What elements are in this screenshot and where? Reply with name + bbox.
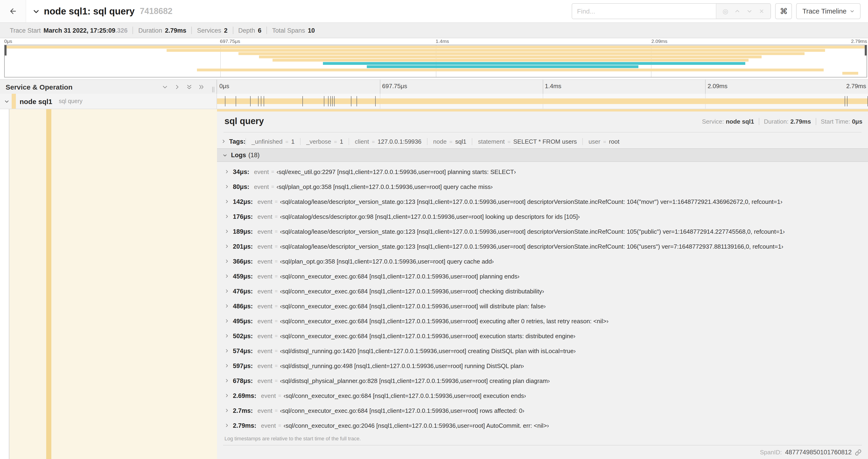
log-field-value: ‹sql/catalog/lease/descriptor_version_st… [280, 228, 785, 235]
services-label: Services [197, 27, 221, 34]
log-field-name: event [254, 168, 269, 175]
span-detail-title: sql query [224, 116, 702, 126]
log-row[interactable]: 495μs:event=‹sql/conn_executor_exec.go:6… [217, 314, 868, 328]
log-field-name: event [257, 377, 273, 384]
log-marker-tick [333, 96, 333, 106]
keyboard-shortcuts-button[interactable]: ⌘ [775, 3, 792, 19]
log-row[interactable]: 189μs:event=‹sql/catalog/lease/descripto… [217, 224, 868, 239]
locate-icon[interactable]: ◎ [719, 4, 732, 18]
span-duration-bar[interactable] [217, 98, 868, 104]
chevron-up-icon[interactable] [732, 4, 744, 18]
log-row[interactable]: 176μs:event=‹sql/catalog/descs/descripto… [217, 209, 868, 224]
chevron-down-icon[interactable] [744, 4, 756, 18]
log-timestamp: 678μs: [233, 377, 253, 384]
chevron-down-icon[interactable] [4, 99, 9, 104]
tag-item[interactable]: statement=SELECT * FROM users [472, 138, 583, 145]
equals-sign: = [271, 169, 274, 174]
log-row[interactable]: 678μs:event=‹sql/distsql_physical_planne… [217, 373, 868, 388]
logs-label: Logs [231, 152, 246, 159]
total-spans-item: Total Spans 10 [267, 27, 320, 34]
chevron-right-icon [224, 393, 229, 398]
log-row[interactable]: 366μs:event=‹sql/plan_opt.go:358 [nsql1,… [217, 254, 868, 269]
timeline-grid-header: Service & Operation 0μs697.75μs1.4ms2.09… [0, 79, 868, 94]
depth-label: Depth [238, 27, 255, 34]
log-row[interactable]: 201μs:event=‹sql/catalog/lease/descripto… [217, 239, 868, 254]
divider [223, 132, 862, 132]
find-input[interactable] [572, 4, 716, 19]
log-row[interactable]: 574μs:event=‹sql/distsql_running.go:1420… [217, 343, 868, 358]
find-group: ◎ [572, 3, 771, 19]
minimap-tick-label: 2.09ms [651, 38, 668, 44]
log-row[interactable]: 2.7ms:event=‹sql/conn_executor_exec.go:6… [217, 403, 868, 418]
log-row[interactable]: 142μs:event=‹sql/catalog/lease/descripto… [217, 194, 868, 209]
tag-item[interactable]: client=127.0.0.1:59936 [349, 138, 427, 145]
minimap-tick-label: 697.75μs [220, 38, 240, 44]
tag-item[interactable]: user=root [582, 138, 625, 145]
log-field-value: ‹sql/distsql_running.go:498 [nsql1,clien… [280, 362, 524, 369]
log-field-name: event [257, 332, 273, 339]
log-row[interactable]: 597μs:event=‹sql/distsql_running.go:498 … [217, 358, 868, 373]
log-field-name: event [257, 273, 273, 280]
tag-value: 127.0.0.1:59936 [377, 138, 422, 145]
chevron-down-icon[interactable] [33, 8, 40, 15]
viewport-scrubber-left[interactable] [5, 45, 6, 56]
log-marker-tick [302, 96, 303, 106]
double-chevron-down-icon[interactable] [186, 84, 192, 90]
span-row-node-sql1[interactable]: node sql1 sql query [0, 94, 868, 109]
chevron-right-icon [224, 274, 229, 278]
span-detail-header: sql query Service:node sql1 Duration:2.7… [217, 113, 868, 129]
depth-item: Depth 6 [233, 27, 267, 34]
tag-item[interactable]: _verbose=1 [300, 138, 349, 145]
tag-item[interactable]: node=sql1 [427, 138, 472, 145]
log-row[interactable]: 502μs:event=‹sql/conn_executor_exec.go:6… [217, 328, 868, 343]
log-row[interactable]: 476μs:event=‹sql/conn_executor_exec.go:6… [217, 284, 868, 299]
chevron-right-icon[interactable] [174, 84, 180, 90]
service-operation-header: Service & Operation [0, 80, 217, 94]
link-icon[interactable] [855, 449, 862, 456]
log-row[interactable]: 2.69ms:event=‹sql/conn_executor_exec.go:… [217, 388, 868, 403]
view-selector-button[interactable]: Trace Timeline [796, 3, 861, 19]
equals-sign: = [271, 184, 274, 189]
log-field-name: event [257, 318, 273, 324]
chevron-right-icon [224, 408, 229, 413]
log-field-name: event [257, 407, 273, 414]
minimap-canvas[interactable] [4, 45, 867, 77]
column-resizer-handle[interactable] [212, 87, 216, 92]
log-row[interactable]: 34μs:event=‹sql/exec_util.go:2297 [nsql1… [217, 164, 868, 179]
depth-value: 6 [258, 27, 261, 34]
viewport-scrubber-right[interactable] [865, 45, 867, 56]
log-field-value: ‹sql/catalog/descs/descriptor.go:98 [nsq… [280, 213, 580, 220]
log-row[interactable]: 80μs:event=‹sql/plan_opt.go:358 [nsql1,c… [217, 179, 868, 194]
trace-title-group[interactable]: node sql1: sql query 7418682 [33, 6, 572, 17]
total-spans-label: Total Spans [272, 27, 305, 34]
close-icon[interactable] [756, 4, 768, 18]
log-row[interactable]: 2.79ms:event=‹sql/conn_executor_exec.go:… [217, 418, 868, 433]
chevron-down-icon[interactable] [162, 84, 168, 90]
minimap-span-bar [843, 72, 858, 75]
double-chevron-right-icon[interactable] [198, 84, 205, 90]
log-timestamp: 142μs: [233, 198, 253, 205]
tag-item[interactable]: _unfinished=1 [245, 138, 300, 145]
log-timestamp: 459μs: [233, 273, 253, 280]
log-timestamp: 201μs: [233, 243, 253, 250]
span-operation-name: sql query [59, 98, 82, 104]
tag-key: statement [478, 138, 505, 145]
log-marker-tick [867, 96, 868, 106]
log-marker-tick [324, 96, 324, 106]
span-name-cell[interactable]: node sql1 sql query [0, 94, 217, 109]
tags-label: Tags: [229, 138, 245, 145]
minimap-span-bar [273, 59, 748, 62]
logs-accordion-header[interactable]: Logs (18) [217, 148, 868, 162]
span-bar-cell[interactable] [217, 94, 868, 109]
logs-list: 34μs:event=‹sql/exec_util.go:2297 [nsql1… [217, 164, 868, 433]
equals-sign: = [275, 333, 278, 339]
log-row[interactable]: 459μs:event=‹sql/conn_executor_exec.go:6… [217, 269, 868, 284]
trace-start-fraction: .326 [115, 27, 128, 34]
trace-start-item: Trace Start March 31 2022, 17:25:09.326 [5, 27, 133, 34]
log-timestamp: 476μs: [233, 288, 253, 295]
span-service-name: node sql1 [20, 97, 52, 105]
log-field-name: event [257, 362, 273, 369]
back-button[interactable] [0, 0, 26, 22]
tags-accordion[interactable]: Tags: _unfinished=1_verbose=1client=127.… [221, 135, 625, 147]
log-row[interactable]: 486μs:event=‹sql/conn_executor_exec.go:6… [217, 299, 868, 314]
